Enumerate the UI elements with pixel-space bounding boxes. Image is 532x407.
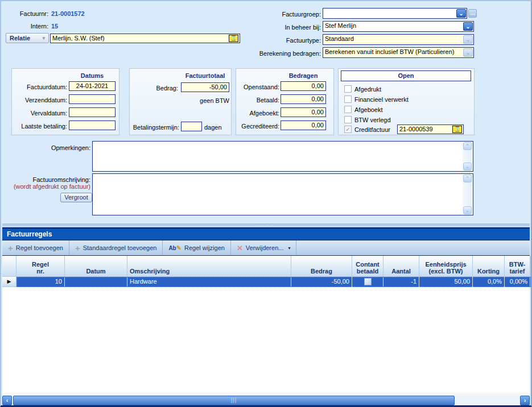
row-pointer-icon: ▶ bbox=[7, 279, 11, 284]
afgeboekt-checkbox[interactable] bbox=[344, 106, 352, 113]
factuurtype-combobox[interactable]: Standaard ⌄ bbox=[323, 34, 474, 45]
horizontal-scrollbar[interactable]: ‹ ||| › bbox=[2, 394, 530, 405]
column-header-datum[interactable]: Datum bbox=[65, 256, 127, 277]
column-header-contant-betaald[interactable]: Contant betaald bbox=[352, 256, 383, 277]
afgedrukt-label: Afgedrukt bbox=[354, 85, 381, 93]
cell-datum[interactable] bbox=[65, 277, 127, 287]
row-selector-cell[interactable]: ▶ bbox=[2, 277, 17, 287]
bedragen-title: Bedragen bbox=[281, 72, 326, 79]
cell-aantal[interactable]: -1 bbox=[383, 277, 419, 287]
grip-icon: ||| bbox=[231, 397, 237, 403]
gecrediteerd-field[interactable]: 0,00 bbox=[281, 121, 326, 130]
scroll-up-icon[interactable]: ⌃ bbox=[463, 142, 472, 150]
chevron-down-icon: ▾ bbox=[288, 246, 290, 251]
edit-icon: Ab✎ bbox=[168, 244, 182, 252]
financieel-verwerkt-checkbox[interactable] bbox=[344, 95, 352, 103]
creditfactuur-label: Creditfactuur bbox=[354, 126, 390, 134]
regel-toevoegen-label: Regel toevoegen bbox=[16, 244, 63, 251]
cell-korting[interactable]: 0,0% bbox=[473, 277, 505, 287]
factuuromschrijving-note: (wordt afgedrukt op factuur) bbox=[1, 182, 90, 190]
contant-betaald-checkbox[interactable] bbox=[364, 278, 372, 285]
creditfactuur-lookup-button[interactable]: ⌛ bbox=[452, 126, 462, 133]
check-icon: ✓ bbox=[345, 126, 350, 132]
cell-bedrag[interactable]: -50,00 bbox=[291, 277, 352, 287]
regel-wijzigen-button[interactable]: Ab✎ Regel wijzigen bbox=[163, 240, 231, 255]
relatie-dropdown-button[interactable]: Relatie ▾ bbox=[6, 33, 49, 43]
opmerkingen-textarea[interactable]: ⌃ ⌄ bbox=[92, 141, 473, 172]
btw-note: geen BTW bbox=[181, 96, 229, 105]
creditfactuur-field[interactable]: 21-0000539 ⌛ bbox=[397, 124, 464, 134]
table-row[interactable]: ▶ 10 Hardware -50,00 -1 50,00 0,0% 0,00% bbox=[2, 277, 530, 287]
creditfactuur-value: 21-0000539 bbox=[399, 126, 433, 132]
bedrag-field[interactable]: -50,00 bbox=[181, 82, 229, 92]
factuurgroep-more-button[interactable]: … bbox=[468, 9, 477, 18]
openstaand-field[interactable]: 0,00 bbox=[281, 81, 326, 91]
cell-omschrijving[interactable]: Hardware bbox=[127, 277, 291, 287]
standaardregel-toevoegen-button[interactable]: + Standaardregel toevoegen bbox=[69, 240, 163, 255]
chevron-down-icon: ⌄ bbox=[463, 48, 473, 57]
factuuromschrijving-scrollbar[interactable]: ⌃ ⌄ bbox=[463, 175, 472, 214]
invoice-window: Factuurnr: 21-0001572 Intern: 15 Relatie… bbox=[0, 0, 532, 407]
scroll-up-icon[interactable]: ⌃ bbox=[463, 175, 472, 182]
regel-toevoegen-button[interactable]: + Regel toevoegen bbox=[2, 240, 69, 255]
column-header-selector[interactable] bbox=[2, 256, 17, 277]
scroll-left-button[interactable]: ‹ bbox=[2, 396, 12, 405]
vervaldatum-field[interactable] bbox=[69, 107, 116, 117]
financieel-verwerkt-label: Financieel verwerkt bbox=[354, 95, 409, 103]
grip-dots-icon: · · · · bbox=[258, 223, 274, 227]
factuurtype-value: Standaard bbox=[325, 35, 354, 42]
grid-header-row: Regel nr. Datum Omschrijving Bedrag Cont… bbox=[2, 256, 530, 277]
column-header-korting[interactable]: Korting bbox=[473, 256, 505, 277]
scroll-down-icon[interactable]: ⌄ bbox=[463, 206, 472, 214]
betalingstermijn-field[interactable] bbox=[181, 122, 202, 131]
column-header-bedrag[interactable]: Bedrag bbox=[291, 256, 352, 277]
scroll-down-icon[interactable]: ⌄ bbox=[463, 163, 472, 171]
standaardregel-toevoegen-label: Standaardregel toevoegen bbox=[83, 244, 157, 251]
scrollbar-thumb[interactable]: ||| bbox=[13, 396, 455, 405]
chevron-down-icon[interactable]: ⌄ bbox=[463, 22, 473, 31]
column-header-eenheidsprijs[interactable]: Eenheidsprijs (excl. BTW) bbox=[419, 256, 473, 277]
column-header-regel-nr[interactable]: Regel nr. bbox=[17, 256, 65, 277]
factuurdatum-field[interactable]: 24-01-2021 bbox=[69, 81, 116, 91]
chevron-right-icon: › bbox=[524, 397, 526, 404]
datums-title: Datums bbox=[69, 72, 116, 79]
berekening-bedragen-value: Berekenen vanuit inclusief BTW (Particul… bbox=[325, 48, 454, 55]
factuurregels-grid: Regel nr. Datum Omschrijving Bedrag Cont… bbox=[2, 255, 530, 394]
dagen-suffix: dagen bbox=[204, 123, 227, 132]
column-header-omschrijving[interactable]: Omschrijving bbox=[127, 256, 291, 277]
berekening-bedragen-combobox[interactable]: Berekenen vanuit inclusief BTW (Particul… bbox=[323, 47, 474, 58]
betaald-field[interactable]: 0,00 bbox=[281, 94, 326, 104]
afgeboekt-field[interactable]: 0,00 bbox=[281, 107, 326, 117]
verwijderen-button[interactable]: ✕ Verwijderen... ▾ bbox=[231, 240, 297, 255]
factuurdatum-label: Factuurdatum: bbox=[12, 82, 67, 92]
betaald-label: Betaald: bbox=[236, 95, 279, 105]
delete-icon: ✕ bbox=[237, 244, 243, 252]
cell-contant-betaald[interactable] bbox=[352, 277, 383, 287]
column-header-btw-tarief[interactable]: BTW- tarief bbox=[505, 256, 530, 277]
factuuromschrijving-textarea[interactable]: ⌃ ⌄ bbox=[92, 173, 473, 215]
relatie-button-label: Relatie bbox=[10, 35, 30, 41]
in-beheer-bij-value: Stef Merlijn bbox=[325, 22, 356, 29]
creditfactuur-checkbox: ✓ bbox=[344, 126, 352, 133]
relatie-value: Merlijn, S.W. (Stef) bbox=[52, 35, 105, 41]
plus-icon: + bbox=[8, 244, 13, 252]
afgedrukt-checkbox[interactable] bbox=[344, 85, 352, 93]
cell-btw-tarief[interactable]: 0,00% bbox=[505, 277, 530, 287]
openstaand-label: Openstaand: bbox=[236, 82, 279, 92]
column-header-aantal[interactable]: Aantal bbox=[383, 256, 419, 277]
verzenddatum-field[interactable] bbox=[69, 94, 116, 104]
factuurnr-label: Factuurnr: bbox=[7, 9, 48, 18]
laatste-betaling-field[interactable] bbox=[69, 121, 116, 130]
cell-eenheidsprijs[interactable]: 50,00 bbox=[419, 277, 473, 287]
scroll-right-button[interactable]: › bbox=[520, 396, 530, 405]
vergroot-button[interactable]: Vergroot bbox=[60, 193, 92, 202]
afgeboekt-label: Afgeboekt: bbox=[236, 109, 279, 118]
chevron-down-icon[interactable]: ⌄ bbox=[456, 9, 466, 18]
splitter-handle[interactable]: · · · · bbox=[2, 223, 530, 227]
btw-verlegd-checkbox[interactable] bbox=[344, 116, 352, 123]
factuurgroep-combobox[interactable]: ⌄ bbox=[323, 8, 467, 19]
opmerkingen-scrollbar[interactable]: ⌃ ⌄ bbox=[463, 142, 472, 171]
bedrag-label: Bedrag: bbox=[130, 84, 178, 93]
cell-regel-nr[interactable]: 10 bbox=[17, 277, 65, 287]
in-beheer-bij-combobox[interactable]: Stef Merlijn ⌄ bbox=[323, 21, 474, 32]
